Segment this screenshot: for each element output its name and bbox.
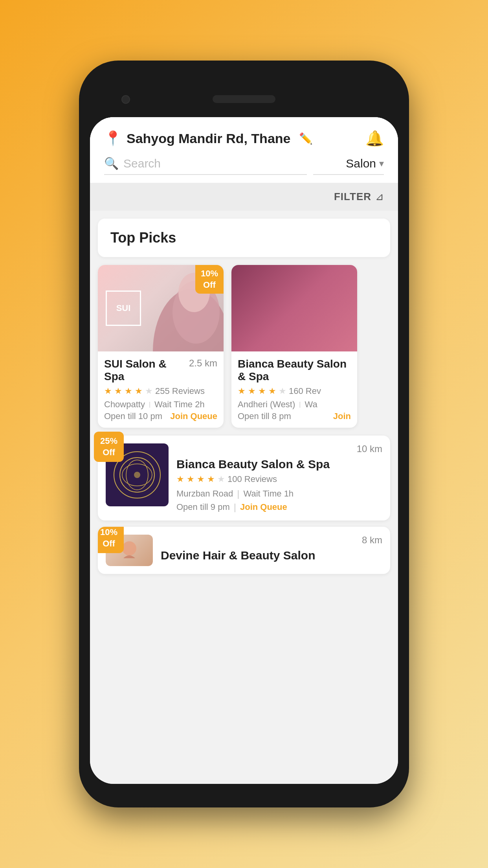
meta-divider: |: [149, 401, 150, 408]
phone-screen: 📍 Sahyog Mandir Rd, Thane ✏️ 🔔 🔍 Search …: [90, 117, 398, 784]
sui-meta: Chowpatty | Wait Time 2h: [104, 399, 217, 410]
bianca-v-content: 10 km Bianca Beauty Salon & Spa ★ ★ ★ ★ …: [176, 443, 382, 513]
location-text: Sahyog Mandir Rd, Thane: [127, 131, 290, 146]
category-dropdown[interactable]: Salon ▾: [313, 157, 384, 175]
bh-star1: ★: [238, 386, 246, 396]
category-text: Salon: [346, 157, 376, 170]
bh-star4: ★: [268, 386, 276, 396]
phone-speaker: [213, 95, 275, 103]
bianca-h-open: Open till 8 pm: [238, 411, 291, 421]
sui-name-row: SUI Salon & Spa 2.5 km: [104, 358, 217, 383]
bianca-v-reviews: 100 Reviews: [227, 474, 277, 484]
search-row: 🔍 Search Salon ▾: [104, 156, 384, 175]
filter-label[interactable]: FILTER: [334, 191, 371, 203]
search-box[interactable]: 🔍 Search: [104, 156, 307, 175]
bv-star3: ★: [197, 474, 205, 484]
bianca-v-discount-badge: 25%Off: [94, 432, 124, 462]
bh-star2: ★: [248, 386, 256, 396]
app-content: 📍 Sahyog Mandir Rd, Thane ✏️ 🔔 🔍 Search …: [90, 117, 398, 784]
location-pin-icon: 📍: [104, 130, 122, 147]
bianca-v-pipe: |: [237, 488, 239, 499]
search-input[interactable]: Search: [123, 157, 161, 170]
bh-star3: ★: [258, 386, 266, 396]
bv-star5: ★: [217, 474, 225, 484]
devine-content: 8 km Devine Hair & Beauty Salon: [161, 535, 382, 565]
phone-notch: [90, 84, 398, 116]
sui-location: Chowpatty: [104, 399, 145, 410]
devine-name: Devine Hair & Beauty Salon: [161, 549, 382, 562]
chevron-down-icon: ▾: [379, 158, 384, 169]
bianca-h-salon-name: Bianca Beauty Salon & Spa: [238, 358, 351, 383]
bianca-h-location: Andheri (West): [238, 399, 295, 410]
edit-icon[interactable]: ✏️: [299, 132, 313, 145]
devine-distance: 8 km: [161, 535, 382, 546]
location-row: 📍 Sahyog Mandir Rd, Thane ✏️ 🔔: [104, 130, 384, 147]
search-icon: 🔍: [104, 156, 119, 170]
star1: ★: [104, 386, 112, 396]
vertical-cards-container: 25%Off: [90, 436, 398, 574]
bianca-h-stars-row: ★ ★ ★ ★ ★ 160 Rev: [238, 386, 351, 396]
bianca-h-meta: Andheri (West) | Wa: [238, 399, 351, 410]
phone-camera: [121, 95, 130, 104]
star3: ★: [125, 386, 132, 396]
phone-device: 📍 Sahyog Mandir Rd, Thane ✏️ 🔔 🔍 Search …: [79, 61, 409, 807]
sui-distance: 2.5 km: [189, 358, 217, 369]
bianca-h-reviews: 160 Rev: [289, 386, 321, 396]
svg-point-6: [134, 472, 140, 478]
sui-salon-info: SUI Salon & Spa 2.5 km ★ ★ ★ ★ ★ 255 Rev…: [98, 351, 224, 428]
sui-stars-row: ★ ★ ★ ★ ★ 255 Reviews: [104, 386, 217, 396]
sui-reviews: 255 Reviews: [155, 386, 205, 396]
horizontal-cards-container: SUI 10%Off SUI Salon & Spa: [90, 257, 398, 436]
bv-star2: ★: [187, 474, 194, 484]
sui-bottom-row: Open till 10 pm Join Queue: [104, 411, 217, 421]
salon-card-bianca-vertical[interactable]: 25%Off: [98, 436, 390, 520]
bianca-horizontal-info: Bianca Beauty Salon & Spa ★ ★ ★ ★ ★ 160 …: [231, 351, 357, 428]
star4: ★: [135, 386, 143, 396]
bianca-h-wait: Wa: [305, 399, 317, 410]
sui-open-till: Open till 10 pm: [104, 411, 162, 421]
bianca-h-bottom: Open till 8 pm Join: [238, 411, 351, 421]
sui-wait-time: Wait Time 2h: [154, 399, 205, 410]
bianca-v-open: Open till 9 pm: [176, 502, 230, 512]
bianca-v-join[interactable]: Join Queue: [240, 502, 287, 512]
sui-join-queue[interactable]: Join Queue: [170, 411, 217, 421]
bianca-v-wait: Wait Time 1h: [244, 489, 294, 499]
bianca-h-divider: |: [299, 401, 301, 408]
sui-salon-name: SUI Salon & Spa: [104, 358, 189, 383]
bianca-v-bottom: Open till 9 pm | Join Queue: [176, 502, 382, 513]
salon-card-bianca-horizontal[interactable]: Bianca Beauty Salon & Spa ★ ★ ★ ★ ★ 160 …: [231, 265, 357, 428]
star2: ★: [114, 386, 122, 396]
bh-star5-empty: ★: [279, 386, 286, 396]
bianca-v-pipe2: |: [234, 502, 236, 513]
devine-discount-badge: 10%Off: [98, 527, 124, 553]
sui-discount-badge: 10%Off: [195, 265, 224, 294]
filter-bar: FILTER ⊿: [90, 183, 398, 211]
bianca-v-stars: ★ ★ ★ ★ ★ 100 Reviews: [176, 474, 382, 484]
sui-logo: SUI: [106, 291, 141, 326]
bianca-horizontal-image: [231, 265, 357, 351]
bianca-h-join[interactable]: Join: [333, 411, 351, 421]
bv-star1: ★: [176, 474, 184, 484]
bianca-monogram-svg: [117, 455, 157, 495]
salon-card-devine[interactable]: 10%Off 8 km Devine Hair & Beauty Salon: [98, 527, 390, 574]
top-picks-card: Top Picks: [98, 219, 390, 257]
filter-icon[interactable]: ⊿: [375, 191, 384, 203]
top-picks-title: Top Picks: [110, 230, 176, 246]
notification-bell-icon[interactable]: 🔔: [365, 130, 384, 147]
location-left: 📍 Sahyog Mandir Rd, Thane ✏️: [104, 130, 313, 147]
header: 📍 Sahyog Mandir Rd, Thane ✏️ 🔔 🔍 Search …: [90, 117, 398, 183]
svg-point-7: [122, 541, 136, 555]
bianca-v-meta: Murzban Road | Wait Time 1h: [176, 488, 382, 499]
bianca-h-name-row: Bianca Beauty Salon & Spa: [238, 358, 351, 383]
star5-empty: ★: [145, 386, 153, 396]
sui-salon-image: SUI 10%Off: [98, 265, 224, 351]
bianca-v-name: Bianca Beauty Salon & Spa: [176, 458, 382, 471]
bianca-v-location: Murzban Road: [176, 489, 233, 499]
salon-card-sui[interactable]: SUI 10%Off SUI Salon & Spa: [98, 265, 224, 428]
bianca-v-distance: 10 km: [176, 443, 382, 454]
bv-star4: ★: [207, 474, 215, 484]
